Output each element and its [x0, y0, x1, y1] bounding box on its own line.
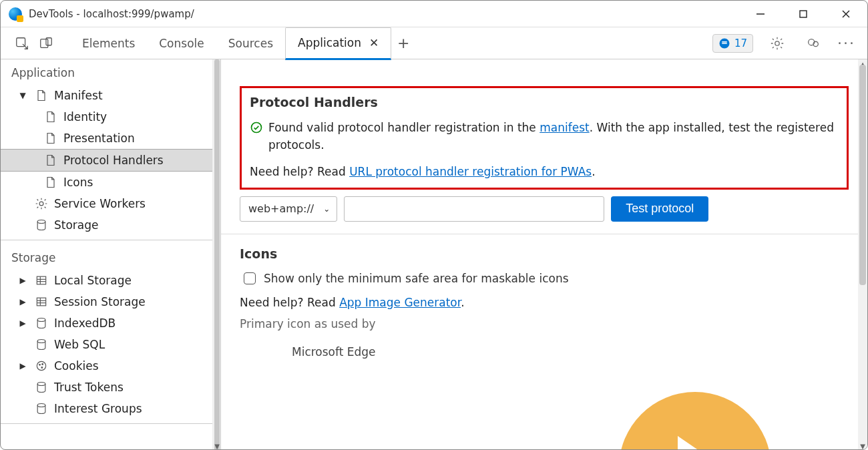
sidebar-item-local-storage[interactable]: ▶ Local Storage	[1, 270, 220, 291]
tree-label: Storage	[54, 218, 99, 232]
sidebar-item-icons[interactable]: Icons	[1, 172, 220, 193]
inspect-element-icon[interactable]	[10, 31, 34, 55]
table-icon	[34, 273, 49, 288]
sidebar-item-session-storage[interactable]: ▶ Session Storage	[1, 291, 220, 312]
tab-label: Elements	[82, 37, 135, 50]
minimize-button[interactable]	[747, 5, 774, 23]
maximize-button[interactable]	[790, 5, 817, 23]
cookie-icon	[34, 359, 49, 373]
svg-point-30	[37, 404, 45, 407]
issues-counter[interactable]: 17	[712, 34, 753, 53]
svg-point-14	[37, 220, 45, 224]
window-title: DevTools - localhost:999/pwamp/	[29, 8, 747, 20]
chevron-down-icon: ⌄	[323, 204, 330, 214]
svg-rect-15	[37, 276, 45, 284]
sidebar-item-cookies[interactable]: ▶ Cookies	[1, 355, 220, 377]
divider	[1, 423, 220, 424]
sidebar-section-application: Application	[1, 59, 220, 85]
table-icon	[34, 294, 49, 309]
svg-rect-5	[41, 39, 48, 47]
database-icon	[34, 380, 49, 395]
device-toolbar-icon[interactable]	[34, 31, 58, 55]
sidebar-item-trust-tokens[interactable]: ▶ Trust Tokens	[1, 377, 220, 398]
add-tab-button[interactable]: +	[391, 31, 415, 55]
close-button[interactable]	[833, 5, 859, 23]
feedback-icon[interactable]	[801, 31, 825, 55]
maskable-checkbox-row[interactable]: Show only the minimum safe area for mask…	[240, 272, 849, 285]
tree-label: IndexedDB	[54, 316, 116, 330]
tree-label: Web SQL	[54, 338, 105, 351]
file-icon	[43, 153, 58, 168]
sidebar-item-web-sql[interactable]: ▶ Web SQL	[1, 334, 220, 355]
help-prefix: Need help? Read	[250, 165, 349, 178]
svg-rect-19	[37, 298, 45, 306]
scroll-down-icon[interactable]: ▼	[213, 441, 221, 450]
manifest-link[interactable]: manifest	[539, 121, 589, 134]
tab-console[interactable]: Console	[147, 27, 216, 59]
app-primary-icon	[619, 392, 771, 450]
chevron-right-icon: ▶	[17, 297, 29, 306]
primary-icon-browser: Microsoft Edge	[240, 345, 849, 359]
checkbox-label: Show only the minimum safe area for mask…	[264, 272, 569, 285]
protocol-select[interactable]: web+amp:// ⌄	[240, 196, 337, 222]
divider	[1, 240, 220, 240]
sidebar-item-interest-groups[interactable]: ▶ Interest Groups	[1, 398, 220, 419]
svg-point-29	[37, 383, 45, 386]
tree-label: Trust Tokens	[54, 381, 124, 394]
database-icon	[34, 316, 49, 330]
tab-application[interactable]: Application ✕	[285, 27, 391, 60]
scrollbar-thumb[interactable]	[859, 65, 866, 285]
sidebar-section-storage: Storage	[1, 244, 220, 270]
main-scrollbar[interactable]: ▲ ▼	[858, 59, 867, 450]
sidebar-item-protocol-handlers[interactable]: Protocol Handlers	[1, 149, 220, 172]
msg-prefix: Found valid protocol handler registratio…	[268, 121, 539, 134]
play-icon	[678, 436, 724, 450]
gear-icon	[34, 196, 49, 211]
database-icon	[34, 401, 49, 416]
tree-label: Cookies	[54, 359, 99, 373]
tree-label: Icons	[63, 176, 93, 189]
section-title: Protocol Handlers	[250, 95, 839, 109]
test-protocol-button[interactable]: Test protocol	[611, 196, 708, 222]
file-icon	[43, 109, 58, 124]
close-tab-icon[interactable]: ✕	[369, 36, 379, 49]
application-sidebar: Application ▼ Manifest Identity Presenta…	[1, 59, 221, 450]
checkbox[interactable]	[244, 272, 256, 284]
tab-label: Application	[298, 36, 361, 49]
sidebar-scrollbar[interactable]: ▲ ▼	[212, 59, 220, 450]
scrollbar-thumb[interactable]	[214, 59, 220, 450]
tab-sources[interactable]: Sources	[216, 27, 285, 59]
sidebar-item-storage[interactable]: ▶ Storage	[1, 214, 220, 236]
help-suffix: .	[592, 165, 595, 178]
file-icon	[43, 175, 58, 190]
sidebar-item-manifest[interactable]: ▼ Manifest	[1, 85, 220, 106]
svg-point-13	[39, 202, 43, 206]
svg-point-26	[39, 365, 41, 366]
chevron-right-icon: ▶	[17, 361, 29, 371]
issues-count: 17	[734, 37, 747, 49]
app-image-generator-link[interactable]: App Image Generator	[339, 296, 461, 309]
file-icon	[34, 88, 49, 103]
sidebar-item-presentation[interactable]: Presentation	[1, 128, 220, 149]
tab-elements[interactable]: Elements	[70, 27, 147, 59]
protocol-url-input[interactable]	[344, 196, 604, 222]
primary-icon-label: Primary icon as used by	[240, 317, 849, 330]
settings-icon[interactable]	[765, 31, 789, 55]
database-icon	[34, 218, 49, 232]
svg-rect-8	[722, 43, 727, 44]
window-titlebar: DevTools - localhost:999/pwamp/	[1, 1, 867, 27]
database-icon	[34, 337, 49, 352]
scroll-down-icon[interactable]: ▼	[858, 441, 867, 450]
tree-label: Interest Groups	[54, 402, 142, 415]
sidebar-item-indexeddb[interactable]: ▶ IndexedDB	[1, 312, 220, 334]
divider	[221, 234, 867, 234]
sidebar-item-service-workers[interactable]: ▶ Service Workers	[1, 193, 220, 214]
svg-point-23	[37, 318, 45, 322]
more-options-icon[interactable]: ···	[837, 35, 855, 51]
svg-point-28	[41, 367, 43, 369]
help-link[interactable]: URL protocol handler registration for PW…	[349, 165, 592, 178]
svg-point-24	[37, 340, 45, 343]
devtools-tabbar: Elements Console Sources Application ✕ +…	[1, 27, 867, 59]
sidebar-item-identity[interactable]: Identity	[1, 106, 220, 128]
svg-rect-1	[800, 11, 807, 17]
